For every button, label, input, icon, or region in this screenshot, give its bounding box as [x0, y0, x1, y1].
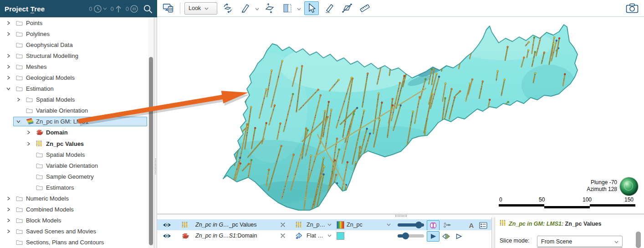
- colormap-gradient-swatch[interactable]: [337, 221, 344, 229]
- tree-item-zn-pc-values[interactable]: Zn_pc Values: [0, 138, 154, 149]
- opacity-slider-thumb[interactable]: [402, 232, 409, 239]
- upload-tasks-button[interactable]: 0: [111, 5, 122, 13]
- chevron-down-icon: [327, 219, 332, 230]
- processing-history-button[interactable]: 0: [89, 5, 107, 13]
- slice-box-tool[interactable]: [280, 1, 295, 15]
- chevron-right-icon[interactable]: [6, 204, 10, 215]
- visibility-eye-icon[interactable]: [163, 219, 171, 230]
- faces-outline-button[interactable]: [452, 231, 465, 242]
- scale-bar-segment: [544, 206, 590, 208]
- tree-scrollbar-thumb[interactable]: [149, 57, 153, 245]
- chevron-right-icon[interactable]: [26, 127, 31, 138]
- chevron-down-icon[interactable]: [255, 4, 259, 12]
- labels-toggle[interactable]: A: [465, 220, 478, 231]
- faces-front-button[interactable]: [427, 231, 440, 242]
- values-icon: [182, 219, 188, 230]
- estimation-icon: [26, 116, 34, 127]
- clear-scene[interactable]: [161, 1, 176, 15]
- flat-colour-swatch[interactable]: [337, 232, 344, 240]
- disks-toggle[interactable]: [427, 220, 440, 231]
- chevron-right-icon[interactable]: [6, 17, 10, 28]
- tree-item-geophysical-data[interactable]: Geophysical Data: [0, 39, 154, 50]
- chevron-right-icon[interactable]: [6, 215, 10, 226]
- tree-item-structural-modelling[interactable]: Structural Modelling: [0, 50, 154, 61]
- tree-item-estimators[interactable]: Estimators: [0, 182, 154, 193]
- tree-item-spatial-models[interactable]: Spatial Models: [0, 149, 154, 160]
- tree-item-variable-orientation[interactable]: Variable Orientation: [0, 160, 154, 171]
- properties-scrollbar-thumb[interactable]: [636, 232, 641, 248]
- tree-scrollbar[interactable]: [148, 17, 154, 248]
- chevron-right-icon[interactable]: [6, 50, 10, 61]
- ruler-tool[interactable]: [358, 1, 372, 15]
- visibility-eye-icon[interactable]: [163, 230, 171, 241]
- polygon-slice-tool[interactable]: [340, 1, 354, 15]
- faces-flip-button[interactable]: [440, 231, 452, 242]
- remove-from-scene-icon[interactable]: [280, 219, 286, 230]
- splitter-handle[interactable]: [395, 215, 407, 217]
- chevron-down-icon[interactable]: [297, 4, 301, 12]
- tree-item-points[interactable]: Points: [0, 17, 154, 28]
- tree-item-label: Saved Scenes and Movies: [26, 226, 96, 237]
- tree-item-zn-pc-in-gm-lms1[interactable]: Zn_pc in GM: LMS1: [0, 116, 154, 127]
- shapelist-properties-splitter[interactable]: [491, 217, 495, 248]
- tree-item-meshes[interactable]: Meshes: [0, 61, 154, 72]
- slice-mode-select[interactable]: From Scene: [537, 236, 623, 247]
- draw-tool[interactable]: [322, 1, 337, 15]
- tree-item-numeric-models[interactable]: Numeric Models: [0, 193, 154, 204]
- colour-mode-select[interactable]: Flat …: [307, 230, 323, 241]
- draw-slicer-tool[interactable]: [238, 1, 253, 15]
- tree-item-label: Geological Models: [26, 72, 75, 83]
- search-icon[interactable]: [143, 4, 153, 14]
- legend-toggle[interactable]: [477, 220, 490, 231]
- look-mode-label: Look: [189, 5, 201, 11]
- move-plane-tool[interactable]: [262, 1, 277, 15]
- tree-item-spatial-models[interactable]: Spatial Models: [0, 94, 154, 105]
- chevron-right-icon[interactable]: [6, 28, 10, 39]
- colormap-select[interactable]: Zn_pc: [347, 219, 363, 230]
- chevron-down-icon[interactable]: [6, 83, 10, 94]
- paused-count: 0: [126, 5, 129, 12]
- opacity-slider[interactable]: [398, 223, 424, 227]
- orientation-sphere[interactable]: [620, 177, 638, 196]
- opacity-slider[interactable]: [398, 234, 424, 238]
- tree-item-label: Sample Geometry: [46, 171, 94, 182]
- chevron-right-icon[interactable]: [6, 226, 10, 237]
- tree-item-label: Variable Orientation: [46, 160, 98, 171]
- tree-item-saved-scenes-and-movies[interactable]: Saved Scenes and Movies: [0, 226, 154, 237]
- chevron-down-icon: [327, 230, 332, 241]
- paused-tasks-button[interactable]: 0: [126, 5, 138, 13]
- shape-list-row[interactable]: Zn_pc in G…S1: DomainFlat …: [157, 230, 491, 241]
- tree-item-block-models[interactable]: Block Models: [0, 215, 154, 226]
- tree-item-sample-geometry[interactable]: Sample Geometry: [0, 171, 154, 182]
- scene-3d-view[interactable]: Plunge -70 Azimuth 128 0 50 100 150: [157, 17, 644, 214]
- tree-item-geological-models[interactable]: Geological Models: [0, 72, 154, 83]
- orientation-readout: Plunge -70 Azimuth 128: [558, 179, 617, 193]
- splitter-handle[interactable]: [155, 159, 156, 174]
- tree-item-label: Spatial Models: [46, 149, 85, 160]
- chevron-right-icon[interactable]: [6, 193, 10, 204]
- tree-item-domain[interactable]: Domain: [0, 127, 154, 138]
- tree-item-polylines[interactable]: Polylines: [0, 28, 154, 39]
- colour-mode-select[interactable]: Zn_p…: [307, 219, 325, 230]
- remove-from-scene-icon[interactable]: [280, 230, 286, 241]
- opacity-slider-thumb[interactable]: [415, 222, 422, 228]
- domain-icon: [36, 127, 44, 138]
- select-tool[interactable]: [304, 1, 319, 15]
- tree-item-variable-orientation[interactable]: Variable Orientation: [0, 105, 154, 116]
- chevron-right-icon[interactable]: [6, 61, 10, 72]
- tree-item-combined-models[interactable]: Combined Models: [0, 204, 154, 215]
- project-tree-title: Project Tree: [5, 5, 45, 13]
- declutter-toggle[interactable]: [440, 220, 453, 231]
- upload-count: 0: [111, 5, 114, 12]
- rotate-plane-tool[interactable]: [220, 1, 235, 15]
- chevron-down-icon[interactable]: [16, 116, 20, 127]
- snapshot-camera-button[interactable]: [624, 2, 640, 15]
- chevron-right-icon[interactable]: [16, 94, 20, 105]
- chevron-right-icon[interactable]: [6, 72, 10, 83]
- tree-item-sections-plans-and-contours[interactable]: Sections, Plans and Contours: [0, 237, 154, 248]
- tree-item-estimation[interactable]: Estimation: [0, 83, 154, 94]
- shape-list-row[interactable]: Zn_pc in G…_pc ValuesZn_p…Zn_pcA: [157, 219, 491, 230]
- tree-scene-splitter[interactable]: [154, 17, 157, 248]
- chevron-right-icon[interactable]: [26, 138, 31, 149]
- look-combo[interactable]: Look: [184, 2, 217, 15]
